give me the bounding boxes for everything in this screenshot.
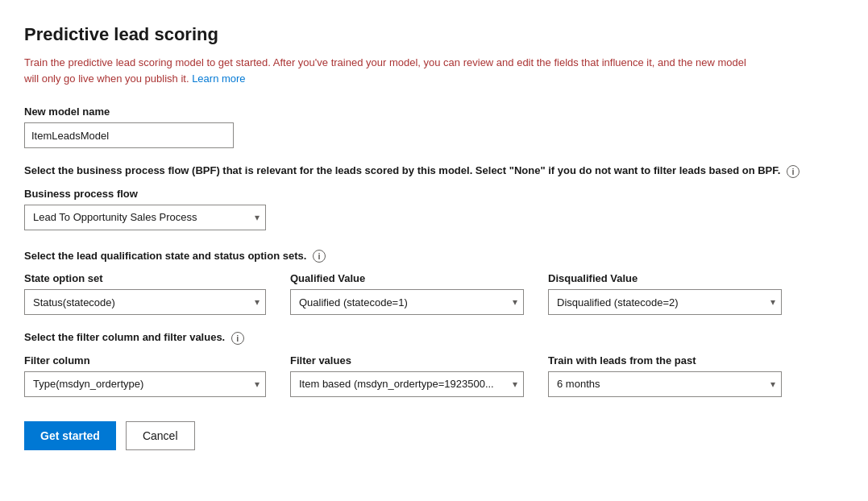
bpf-section: Business process flow Lead To Opportunit… xyxy=(24,188,836,230)
filter-col-label: Filter column xyxy=(24,354,266,366)
bpf-dropdown-wrapper: Lead To Opportunity Sales Process ▾ xyxy=(24,205,266,230)
get-started-button[interactable]: Get started xyxy=(24,421,116,450)
disqualified-field-group: Disqualified Value Disqualified (stateco… xyxy=(548,272,782,315)
lead-qual-fields-row: State option set Status(statecode) ▾ Qua… xyxy=(24,272,836,315)
state-label: State option set xyxy=(24,272,266,284)
filter-col-dropdown-wrapper: Type(msdyn_ordertype) ▾ xyxy=(24,371,266,397)
disqualified-dropdown[interactable]: Disqualified (statecode=2) xyxy=(548,289,782,315)
state-dropdown-wrapper: Status(statecode) ▾ xyxy=(24,289,266,315)
qualified-dropdown[interactable]: Qualified (statecode=1) xyxy=(290,289,524,315)
description-text: Train the predictive lead scoring model … xyxy=(24,55,750,86)
state-dropdown[interactable]: Status(statecode) xyxy=(24,289,266,315)
qualified-label: Qualified Value xyxy=(290,272,524,284)
description-body: Train the predictive lead scoring model … xyxy=(24,56,746,85)
filter-info-icon[interactable]: i xyxy=(231,332,244,345)
bpf-info-icon[interactable]: i xyxy=(787,165,799,178)
state-field-group: State option set Status(statecode) ▾ xyxy=(24,272,266,315)
bpf-dropdown[interactable]: Lead To Opportunity Sales Process xyxy=(24,205,266,230)
model-name-label: New model name xyxy=(24,106,836,118)
page-container: Predictive lead scoring Train the predic… xyxy=(0,0,868,501)
filter-fields-row: Filter column Type(msdyn_ordertype) ▾ Fi… xyxy=(24,354,836,397)
filter-col-field-group: Filter column Type(msdyn_ordertype) ▾ xyxy=(24,354,266,397)
train-dropdown-wrapper: 6 months ▾ xyxy=(548,371,782,397)
filter-val-dropdown[interactable]: Item based (msdyn_ordertype=1923500... xyxy=(290,371,524,397)
bpf-label: Business process flow xyxy=(24,188,836,200)
model-name-section: New model name xyxy=(24,106,836,148)
filter-col-dropdown[interactable]: Type(msdyn_ordertype) xyxy=(24,371,266,397)
disqualified-dropdown-wrapper: Disqualified (statecode=2) ▾ xyxy=(548,289,782,315)
model-name-input[interactable] xyxy=(24,122,234,148)
train-dropdown[interactable]: 6 months xyxy=(548,371,782,397)
filter-val-dropdown-wrapper: Item based (msdyn_ordertype=1923500... ▾ xyxy=(290,371,524,397)
cancel-button[interactable]: Cancel xyxy=(126,421,195,450)
filter-val-field-group: Filter values Item based (msdyn_ordertyp… xyxy=(290,354,524,397)
filter-description: Select the filter column and filter valu… xyxy=(24,331,814,345)
lead-qual-section: Select the lead qualification state and … xyxy=(24,250,836,316)
qualified-field-group: Qualified Value Qualified (statecode=1) … xyxy=(290,272,524,315)
lead-qual-description: Select the lead qualification state and … xyxy=(24,250,814,263)
filter-val-label: Filter values xyxy=(290,354,524,366)
qualified-dropdown-wrapper: Qualified (statecode=1) ▾ xyxy=(290,289,524,315)
page-title: Predictive lead scoring xyxy=(24,24,836,45)
button-row: Get started Cancel xyxy=(24,421,836,450)
train-field-group: Train with leads from the past 6 months … xyxy=(548,354,782,397)
disqualified-label: Disqualified Value xyxy=(548,272,782,284)
bpf-description: Select the business process flow (BPF) t… xyxy=(24,164,814,178)
train-label: Train with leads from the past xyxy=(548,354,782,366)
lead-qual-info-icon[interactable]: i xyxy=(313,250,326,263)
filter-section: Select the filter column and filter valu… xyxy=(24,331,836,397)
learn-more-link[interactable]: Learn more xyxy=(192,72,245,85)
